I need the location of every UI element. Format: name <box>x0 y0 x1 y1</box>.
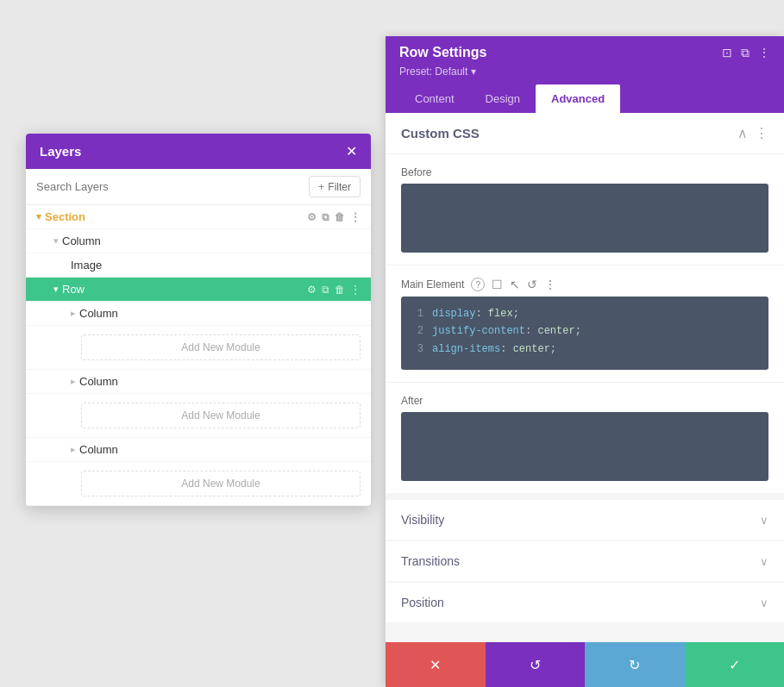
column-3-label: Column <box>79 375 320 388</box>
chevron-icon: ▾ <box>53 235 59 247</box>
cancel-button[interactable]: ✕ <box>386 642 486 687</box>
duplicate-icon[interactable]: ⧉ <box>322 211 329 223</box>
filter-label: Filter <box>328 181 351 193</box>
layer-item-row[interactable]: ▾ Row ⚙ ⧉ 🗑 ⋮ <box>26 278 371 302</box>
cursor-icon[interactable]: ↖ <box>510 278 520 291</box>
section-header-icons: ∧ ⋮ <box>737 125 768 141</box>
preset-label[interactable]: Preset: Default ▾ <box>399 66 770 84</box>
duplicate-icon[interactable]: ⧉ <box>322 235 329 247</box>
settings-tabs: Content Design Advanced <box>399 84 770 113</box>
title-row: Row Settings ⊡ ⧉ ⋮ <box>399 45 770 66</box>
transitions-section[interactable]: Transitions ∨ <box>386 541 784 581</box>
chevron-down-icon: ∨ <box>760 596 768 609</box>
tab-design[interactable]: Design <box>470 84 536 113</box>
undo-icon: ↺ <box>530 657 541 673</box>
duplicate-icon[interactable]: ⧉ <box>322 259 329 272</box>
after-css-editor[interactable] <box>401 412 768 481</box>
more-icon[interactable]: ⋮ <box>350 376 361 388</box>
code-line-3: 3 align-items: center; <box>411 340 758 358</box>
save-icon: ✓ <box>729 657 740 673</box>
main-css-editor[interactable]: 1 display: flex; 2 justify-content: cent… <box>401 297 768 370</box>
visibility-section[interactable]: Visibility ∨ <box>386 500 784 540</box>
before-label: Before <box>401 166 768 178</box>
cancel-icon: ✕ <box>430 657 441 673</box>
add-module-row-1: Add New Module <box>26 326 371 370</box>
plus-icon: + <box>318 180 325 193</box>
before-css-area: Before <box>386 154 784 265</box>
line-num: 2 <box>411 322 423 340</box>
undo-button[interactable]: ↺ <box>486 642 586 687</box>
section-more-icon[interactable]: ⋮ <box>755 125 768 141</box>
duplicate-icon[interactable]: ⧉ <box>322 284 329 296</box>
custom-css-section: Custom CSS ∧ ⋮ Before Main Element ? ☐ <box>386 113 784 493</box>
delete-icon[interactable]: 🗑 <box>335 284 345 296</box>
layers-header: Layers ✕ <box>26 134 371 169</box>
line-num: 3 <box>411 340 423 358</box>
before-css-editor[interactable] <box>401 184 768 253</box>
add-module-button-1[interactable]: Add New Module <box>81 334 361 360</box>
collapse-icon[interactable]: ∧ <box>737 125 748 141</box>
layer-item-image[interactable]: Image ⚙ ⧉ 🗑 ⋮ <box>26 253 371 278</box>
more-icon[interactable]: ⋮ <box>350 259 361 272</box>
delete-icon[interactable]: 🗑 <box>335 444 345 456</box>
settings-icon[interactable]: ⚙ <box>307 211 317 223</box>
chevron-icon: ▸ <box>71 308 76 319</box>
settings-content: Custom CSS ∧ ⋮ Before Main Element ? ☐ <box>386 113 784 642</box>
layers-search-bar: + Filter <box>26 169 371 205</box>
layers-filter-button[interactable]: + Filter <box>309 176 361 197</box>
redo-button[interactable]: ↻ <box>585 642 685 687</box>
layers-search-input[interactable] <box>36 180 302 193</box>
add-module-button-3[interactable]: Add New Module <box>81 471 361 497</box>
columns-icon[interactable]: ⧉ <box>741 46 750 60</box>
custom-css-header: Custom CSS ∧ ⋮ <box>386 113 784 154</box>
delete-icon[interactable]: 🗑 <box>335 308 345 320</box>
layer-item-column-3[interactable]: ▸ Column ⚙ 🗑 ⋮ <box>26 370 371 394</box>
column-1-label: Column <box>62 234 307 247</box>
settings-icon[interactable]: ⚙ <box>320 308 329 320</box>
settings-icon[interactable]: ⚙ <box>307 259 317 272</box>
more-icon[interactable]: ⋮ <box>350 235 361 247</box>
layers-panel: Layers ✕ + Filter ▾ Section ⚙ ⧉ 🗑 ⋮ ▾ Co… <box>26 134 371 506</box>
add-module-row-3: Add New Module <box>26 462 371 506</box>
line-content: display: flex; <box>432 305 519 322</box>
position-section[interactable]: Position ∨ <box>386 583 784 622</box>
bottom-bar: ✕ ↺ ↻ ✓ <box>386 642 784 687</box>
section-label: Section <box>45 210 307 223</box>
undo-icon[interactable]: ↺ <box>527 278 537 291</box>
layers-close-button[interactable]: ✕ <box>346 145 357 159</box>
tab-content[interactable]: Content <box>399 84 470 113</box>
delete-icon[interactable]: 🗑 <box>335 376 345 388</box>
more-icon[interactable]: ⋮ <box>350 444 361 456</box>
settings-icon[interactable]: ⚙ <box>320 444 329 456</box>
settings-icon[interactable]: ⚙ <box>307 235 317 247</box>
settings-icon[interactable]: ⚙ <box>320 376 329 388</box>
options-icon[interactable]: ⋮ <box>544 278 556 291</box>
expand-icon[interactable]: ⊡ <box>722 46 732 59</box>
column-2-label: Column <box>79 307 320 320</box>
layer-item-column-1[interactable]: ▾ Column ⚙ ⧉ 🗑 ⋮ <box>26 229 371 253</box>
line-num: 1 <box>411 305 423 322</box>
chevron-icon: ▸ <box>71 444 76 455</box>
header-icons: ⊡ ⧉ ⋮ <box>722 46 770 60</box>
more-icon[interactable]: ⋮ <box>350 308 361 320</box>
delete-icon[interactable]: 🗑 <box>335 235 345 247</box>
more-icon[interactable]: ⋮ <box>758 46 770 59</box>
delete-icon[interactable]: 🗑 <box>335 259 345 272</box>
redo-icon: ↻ <box>629 657 640 673</box>
main-element-area: Main Element ? ☐ ↖ ↺ ⋮ 1 display: flex; <box>386 265 784 382</box>
row-label: Row <box>62 283 307 296</box>
tab-advanced[interactable]: Advanced <box>536 84 620 113</box>
add-module-button-2[interactable]: Add New Module <box>81 403 361 428</box>
layer-item-column-4[interactable]: ▸ Column ⚙ 🗑 ⋮ <box>26 438 371 462</box>
chevron-icon: ▾ <box>36 211 41 222</box>
more-icon[interactable]: ⋮ <box>350 284 361 296</box>
delete-icon[interactable]: 🗑 <box>335 211 345 223</box>
settings-icon[interactable]: ⚙ <box>307 284 317 296</box>
mobile-icon[interactable]: ☐ <box>492 278 503 291</box>
save-button[interactable]: ✓ <box>685 642 785 687</box>
layer-item-column-2[interactable]: ▸ Column ⚙ 🗑 ⋮ <box>26 302 371 326</box>
line-content: align-items: center; <box>432 340 556 358</box>
layer-item-section[interactable]: ▾ Section ⚙ ⧉ 🗑 ⋮ <box>26 205 371 229</box>
more-icon[interactable]: ⋮ <box>350 211 361 223</box>
help-icon[interactable]: ? <box>471 278 485 291</box>
